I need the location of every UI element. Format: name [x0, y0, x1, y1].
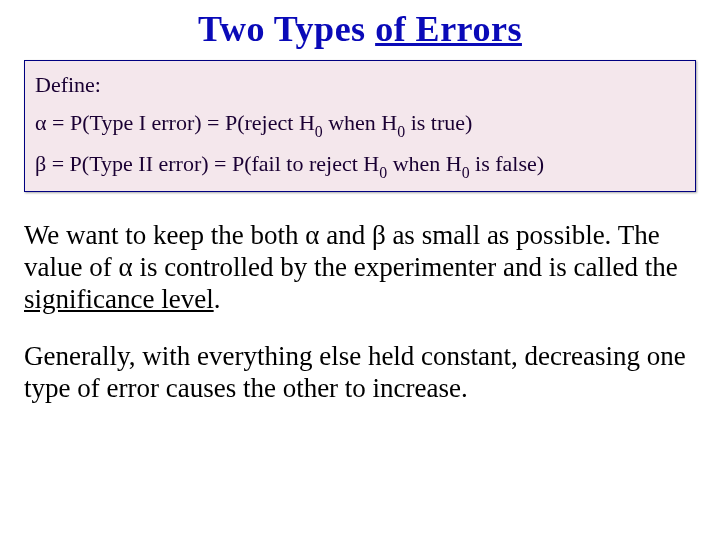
page-title: Two Types of Errors	[24, 8, 696, 50]
alpha-mid: when H	[323, 110, 398, 135]
definition-box: Define: α = P(Type I error) = P(reject H…	[24, 60, 696, 192]
beta-sub2: 0	[462, 164, 470, 181]
beta-end: is false)	[470, 151, 545, 176]
alpha-sub2: 0	[397, 123, 405, 140]
alpha-eq: = P(Type I error) = P(reject H	[47, 110, 315, 135]
p1-alpha2: α	[118, 252, 132, 282]
significance-level-label: significance level	[24, 284, 214, 314]
p1-t5: .	[214, 284, 221, 314]
p1-t1: We want to keep the both	[24, 220, 305, 250]
paragraph-2: Generally, with everything else held con…	[24, 341, 696, 405]
alpha-definition: α = P(Type I error) = P(reject H0 when H…	[35, 109, 685, 140]
beta-mid: when H	[387, 151, 462, 176]
alpha-end: is true)	[405, 110, 472, 135]
beta-definition: β = P(Type II error) = P(fail to reject …	[35, 150, 685, 181]
define-label: Define:	[35, 71, 685, 99]
beta-eq: P(Type II error) = P(fail to reject H	[64, 151, 379, 176]
slide: Two Types of Errors Define: α = P(Type I…	[0, 0, 720, 540]
alpha-symbol: α	[35, 110, 47, 135]
p1-t4: is controlled by the experimenter and is…	[133, 252, 678, 282]
paragraph-1: We want to keep the both α and β as smal…	[24, 220, 696, 316]
title-text-pre: Two Types	[198, 9, 375, 49]
p1-t2: and	[319, 220, 371, 250]
p1-alpha: α	[305, 220, 319, 250]
alpha-sub1: 0	[315, 123, 323, 140]
beta-sub1: 0	[379, 164, 387, 181]
beta-symbol: β =	[35, 151, 64, 176]
title-text-underlined: of Errors	[375, 9, 522, 49]
p1-beta: β	[372, 220, 386, 250]
body-text: We want to keep the both α and β as smal…	[24, 220, 696, 405]
